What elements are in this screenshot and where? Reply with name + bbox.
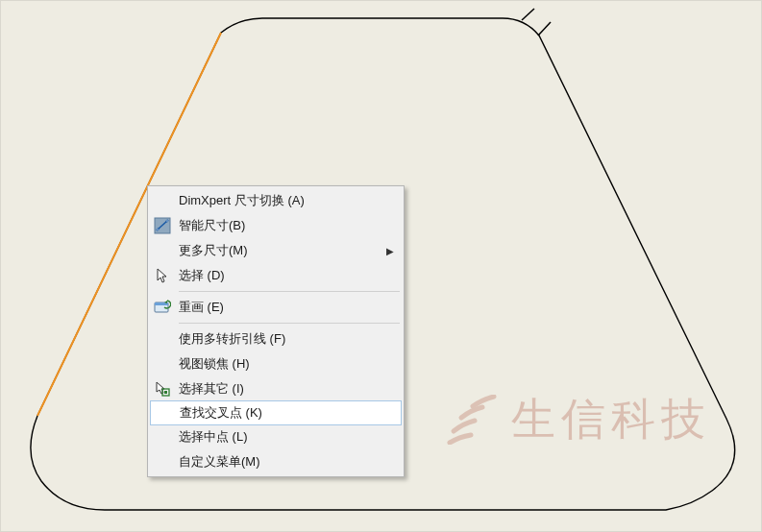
menu-item[interactable]: 选择其它 (I)	[150, 376, 402, 401]
menu-item-label: 重画 (E)	[175, 299, 402, 316]
menu-item[interactable]: 选择中点 (L)	[150, 424, 402, 449]
menu-item[interactable]: 重画 (E)	[150, 295, 402, 320]
menu-item[interactable]: DimXpert 尺寸切换 (A)	[150, 188, 402, 213]
tick-mark	[522, 9, 534, 20]
menu-item-label: 更多尺寸(M)	[175, 242, 382, 259]
menu-item-label: 自定义菜单(M)	[175, 453, 402, 471]
menu-item[interactable]: 查找交叉点 (K)	[150, 400, 402, 425]
context-menu[interactable]: DimXpert 尺寸切换 (A)智能尺寸(B)更多尺寸(M)▶选择 (D)重画…	[147, 185, 405, 477]
redraw-icon	[150, 295, 175, 320]
chevron-right-icon: ▶	[382, 246, 398, 256]
svg-point-2	[166, 220, 168, 222]
menu-icon-empty	[150, 188, 175, 213]
svg-point-1	[157, 229, 159, 230]
menu-separator	[179, 291, 400, 292]
menu-icon-empty	[150, 238, 175, 263]
cursor-icon	[150, 263, 175, 288]
svg-rect-6	[164, 391, 167, 394]
menu-item[interactable]: 智能尺寸(B)	[150, 213, 402, 238]
menu-item-label: 视图锁焦 (H)	[175, 355, 402, 373]
menu-item-label: 选择中点 (L)	[175, 428, 402, 446]
menu-item[interactable]: 视图锁焦 (H)	[150, 351, 402, 376]
menu-icon-empty	[150, 449, 175, 474]
menu-icon-empty	[150, 424, 175, 449]
menu-item-label: 查找交叉点 (K)	[176, 404, 401, 422]
menu-item[interactable]: 更多尺寸(M)▶	[150, 238, 402, 263]
drawing-canvas[interactable]: 生信科技 DimXpert 尺寸切换 (A)智能尺寸(B)更多尺寸(M)▶选择 …	[0, 0, 762, 532]
menu-item[interactable]: 自定义菜单(M)	[150, 449, 402, 474]
menu-icon-empty	[150, 351, 175, 376]
menu-item-label: 选择其它 (I)	[175, 380, 402, 398]
menu-item-label: DimXpert 尺寸切换 (A)	[175, 192, 402, 209]
menu-icon-empty	[151, 401, 176, 424]
menu-item-label: 智能尺寸(B)	[175, 217, 402, 234]
dimension-icon	[150, 213, 175, 238]
menu-icon-empty	[150, 326, 175, 351]
menu-separator	[179, 323, 400, 324]
tick-mark	[538, 22, 551, 36]
menu-item-label: 选择 (D)	[175, 267, 402, 284]
menu-item-label: 使用多转折引线 (F)	[175, 330, 402, 348]
menu-item[interactable]: 使用多转折引线 (F)	[150, 326, 402, 351]
select-other-icon	[150, 376, 175, 401]
menu-item[interactable]: 选择 (D)	[150, 263, 402, 288]
